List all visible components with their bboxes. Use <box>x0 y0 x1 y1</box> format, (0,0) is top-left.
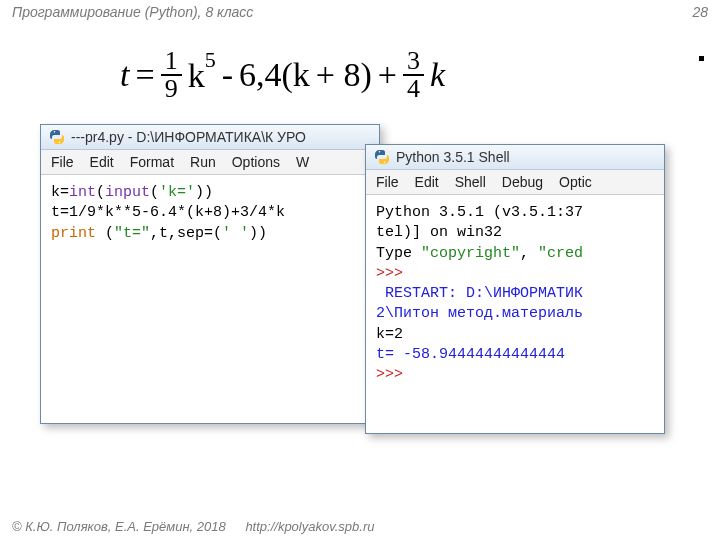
editor-title-text: ---pr4.py - D:\ИНФОРМАТИКА\К УРО <box>71 129 306 145</box>
shell-body[interactable]: Python 3.5.1 (v3.5.1:37 tel)] on win32 T… <box>366 195 664 393</box>
sh-l3b: "copyright" <box>421 245 520 262</box>
formula-k: k <box>188 57 205 94</box>
sh-l7: k=2 <box>376 326 403 343</box>
sh-l5: RESTART: D:\ИНФОРМАТИК <box>376 285 583 302</box>
menu-file[interactable]: File <box>51 154 74 170</box>
menu-format[interactable]: Format <box>130 154 174 170</box>
code-l1c: ( <box>96 184 105 201</box>
code-l2: t=1/9*k**5-6.4*(k+8)+3/4*k <box>51 204 285 221</box>
svg-point-0 <box>54 131 56 133</box>
shell-menubar: File Edit Shell Debug Optic <box>366 170 664 195</box>
footer: © К.Ю. Поляков, Е.А. Ерёмин, 2018 http:/… <box>12 519 374 534</box>
sh-l3c: , <box>520 245 538 262</box>
code-l3a: print <box>51 225 96 242</box>
header-title: Программирование (Python), 8 класс <box>12 4 253 20</box>
code-l3b: ( <box>96 225 114 242</box>
editor-body[interactable]: k=int(input('k=')) t=1/9*k**5-6.4*(k+8)+… <box>41 175 379 252</box>
page-number: 28 <box>692 4 708 20</box>
shell-menu-optic[interactable]: Optic <box>559 174 592 190</box>
sh-l8: t= -58.94444444444444 <box>376 346 565 363</box>
code-l3d: ,t,sep=( <box>150 225 222 242</box>
code-l1d: input <box>105 184 150 201</box>
formula-plus8: + 8) <box>316 56 372 94</box>
sh-l3d: "cred <box>538 245 583 262</box>
formula-exp: 5 <box>205 47 216 72</box>
sh-l9: >>> <box>376 366 403 383</box>
fraction-3-4: 3 4 <box>403 48 424 102</box>
code-l3c: "t=" <box>114 225 150 242</box>
formula-t: t <box>120 56 129 94</box>
menu-options[interactable]: Options <box>232 154 280 170</box>
shell-window: Python 3.5.1 Shell File Edit Shell Debug… <box>365 144 665 434</box>
shell-menu-file[interactable]: File <box>376 174 399 190</box>
math-formula: t = 1 9 k5 - 6,4(k + 8) + 3 4 k <box>120 48 720 102</box>
editor-titlebar: ---pr4.py - D:\ИНФОРМАТИКА\К УРО <box>41 125 379 150</box>
python-icon <box>49 129 65 145</box>
svg-point-1 <box>59 141 61 143</box>
sh-l1: Python 3.5.1 (v3.5.1:37 <box>376 204 583 221</box>
editor-window: ---pr4.py - D:\ИНФОРМАТИКА\К УРО File Ed… <box>40 124 380 424</box>
sh-l4: >>> <box>376 265 403 282</box>
code-l1g: )) <box>195 184 213 201</box>
shell-menu-debug[interactable]: Debug <box>502 174 543 190</box>
python-icon <box>374 149 390 165</box>
frac1-num: 1 <box>161 48 182 76</box>
formula-minus: - <box>222 56 233 94</box>
code-l1f: 'k=' <box>159 184 195 201</box>
menu-run[interactable]: Run <box>190 154 216 170</box>
code-l3f: )) <box>249 225 267 242</box>
shell-menu-edit[interactable]: Edit <box>415 174 439 190</box>
sh-l3a: Type <box>376 245 421 262</box>
code-l1e: ( <box>150 184 159 201</box>
code-l1a: k= <box>51 184 69 201</box>
svg-point-3 <box>384 161 386 163</box>
formula-k2: k <box>430 56 445 94</box>
shell-titlebar: Python 3.5.1 Shell <box>366 145 664 170</box>
editor-menubar: File Edit Format Run Options W <box>41 150 379 175</box>
fullstop-dot <box>699 56 704 61</box>
fraction-1-9: 1 9 <box>161 48 182 102</box>
menu-edit[interactable]: Edit <box>90 154 114 170</box>
frac2-num: 3 <box>403 48 424 76</box>
shell-title-text: Python 3.5.1 Shell <box>396 149 510 165</box>
svg-point-2 <box>379 151 381 153</box>
frac1-den: 9 <box>161 76 182 102</box>
code-l3e: ' ' <box>222 225 249 242</box>
frac2-den: 4 <box>403 76 424 102</box>
formula-coef: 6,4(k <box>239 56 310 94</box>
sh-l2: tel)] on win32 <box>376 224 502 241</box>
footer-url: http://kpolyakov.spb.ru <box>245 519 374 534</box>
footer-copyright: © К.Ю. Поляков, Е.А. Ерёмин, 2018 <box>12 519 226 534</box>
formula-eq: = <box>135 56 154 94</box>
formula-plus: + <box>378 56 397 94</box>
shell-menu-shell[interactable]: Shell <box>455 174 486 190</box>
sh-l6: 2\Питон метод.материаль <box>376 305 583 322</box>
menu-w[interactable]: W <box>296 154 309 170</box>
code-l1b: int <box>69 184 96 201</box>
